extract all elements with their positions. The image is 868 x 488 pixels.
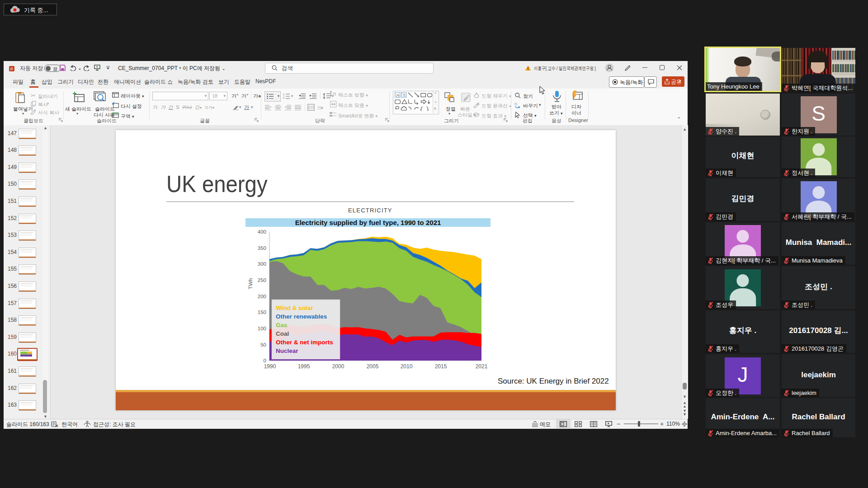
svg-text:1995: 1995 bbox=[298, 363, 310, 370]
svg-text:Coal: Coal bbox=[276, 330, 289, 337]
svg-text:300: 300 bbox=[258, 261, 266, 267]
svg-text:2: 2 bbox=[283, 96, 285, 99]
svg-text:Gas: Gas bbox=[276, 322, 288, 328]
svg-text:2015: 2015 bbox=[435, 363, 447, 370]
svg-text:2021: 2021 bbox=[476, 363, 488, 370]
svg-text:가: 가 bbox=[402, 94, 406, 97]
svg-text:가: 가 bbox=[514, 103, 517, 106]
svg-text:400: 400 bbox=[258, 229, 266, 235]
svg-text:Nuclear: Nuclear bbox=[276, 347, 298, 354]
svg-text:가: 가 bbox=[396, 94, 400, 98]
svg-text:50: 50 bbox=[260, 342, 266, 347]
svg-text:200: 200 bbox=[258, 294, 266, 299]
svg-text:가: 가 bbox=[332, 92, 336, 96]
svg-text:100: 100 bbox=[258, 326, 266, 331]
svg-text:150: 150 bbox=[258, 310, 266, 315]
svg-text:2000: 2000 bbox=[332, 363, 344, 370]
svg-text:Wind & solar: Wind & solar bbox=[276, 305, 313, 311]
svg-text:P: P bbox=[10, 67, 13, 71]
svg-text:1: 1 bbox=[283, 93, 285, 96]
svg-text:250: 250 bbox=[258, 277, 266, 283]
svg-text:350: 350 bbox=[258, 245, 266, 251]
svg-text:Other & net imports: Other & net imports bbox=[276, 339, 333, 346]
svg-text:Other renewables: Other renewables bbox=[276, 313, 327, 320]
svg-text:TWh: TWh bbox=[248, 278, 253, 289]
svg-text:2010: 2010 bbox=[401, 363, 413, 370]
svg-text:2005: 2005 bbox=[367, 363, 379, 370]
svg-text:1990: 1990 bbox=[264, 363, 276, 370]
svg-text:0: 0 bbox=[264, 358, 266, 363]
